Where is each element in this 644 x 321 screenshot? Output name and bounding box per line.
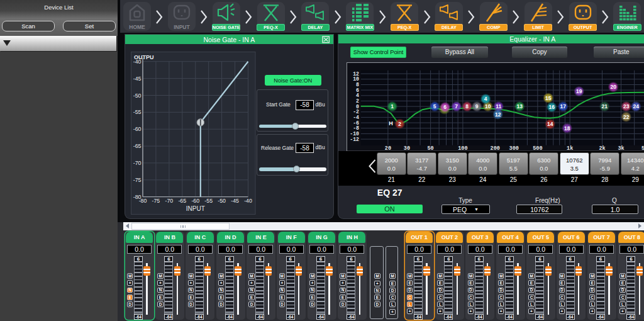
svg-text:INPUT: INPUT [186,205,205,212]
svg-text:-55: -55 [204,198,213,204]
svg-text:12: 12 [353,70,359,76]
svg-text:21: 21 [602,103,608,110]
svg-text:1: 1 [391,103,394,110]
svg-text:11: 11 [496,103,502,110]
svg-text:10: 10 [353,76,359,82]
svg-text:-65: -65 [133,143,142,149]
svg-text:5: 5 [433,103,436,110]
svg-text:300: 300 [509,145,519,152]
svg-text:6: 6 [356,87,359,93]
svg-text:-75: -75 [133,177,142,183]
svg-text:-50: -50 [218,198,226,204]
svg-text:-75: -75 [152,198,160,204]
svg-text:-10: -10 [350,131,360,137]
svg-text:16: 16 [549,104,555,110]
svg-text:-4: -4 [353,115,359,120]
svg-text:3k: 3k [618,145,625,152]
svg-text:-40: -40 [244,198,252,204]
svg-text:-60: -60 [191,198,199,204]
svg-text:2: 2 [356,98,359,104]
svg-text:-45: -45 [231,198,239,204]
svg-text:14: 14 [547,121,553,127]
svg-text:7: 7 [455,103,458,110]
svg-text:20: 20 [611,84,617,90]
svg-text:-70: -70 [165,198,174,204]
svg-text:30: 30 [404,145,410,152]
svg-text:18: 18 [564,125,570,132]
svg-text:-60: -60 [133,126,142,132]
svg-text:-65: -65 [178,198,186,204]
svg-text:23: 23 [623,103,630,110]
svg-text:2: 2 [399,121,402,127]
svg-text:-40: -40 [133,59,142,65]
svg-text:-6: -6 [353,120,359,125]
svg-text:-55: -55 [133,110,142,116]
svg-text:24: 24 [633,103,640,110]
svg-text:2k: 2k [599,145,606,152]
svg-text:H: H [389,120,394,126]
svg-text:4: 4 [484,96,487,102]
svg-text:22: 22 [623,114,630,120]
svg-text:4: 4 [356,93,359,98]
svg-text:-80: -80 [139,198,147,204]
svg-text:-50: -50 [133,93,142,99]
svg-text:12: 12 [495,111,501,118]
svg-text:-2: -2 [353,109,359,115]
svg-text:5k: 5k [641,145,644,152]
svg-text:50: 50 [428,145,434,152]
svg-text:500: 500 [533,145,543,152]
svg-text:8: 8 [356,82,359,87]
svg-text:9: 9 [475,103,479,110]
svg-text:19: 19 [576,88,582,94]
svg-text:1k: 1k [567,145,573,152]
svg-text:200: 200 [491,145,500,152]
svg-text:8: 8 [466,103,469,110]
svg-text:17: 17 [560,103,567,110]
svg-text:6: 6 [444,104,447,110]
svg-text:100: 100 [458,145,468,152]
svg-text:-12: -12 [350,136,360,142]
svg-text:0: 0 [356,103,359,109]
svg-text:15: 15 [545,95,552,101]
svg-text:-70: -70 [133,160,142,166]
svg-text:-8: -8 [353,125,359,131]
svg-text:13: 13 [517,103,523,110]
svg-text:10: 10 [485,103,491,110]
svg-text:20: 20 [385,145,391,152]
svg-text:-45: -45 [133,76,142,82]
